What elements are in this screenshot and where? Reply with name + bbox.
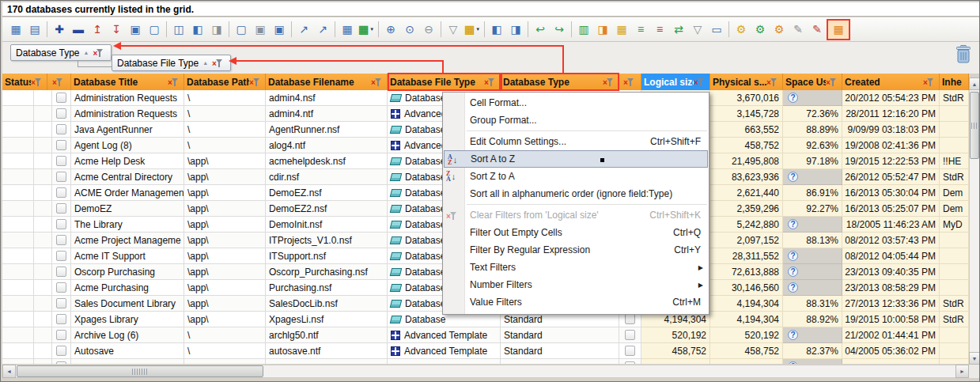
- title-cell[interactable]: Administration Requests: [71, 106, 184, 122]
- physical-size-cell[interactable]: 2,097,152: [710, 233, 783, 248]
- column-filter-icon[interactable]: ×: [826, 77, 839, 87]
- filename-cell[interactable]: SalesDocLib.nsf: [266, 296, 388, 312]
- indent-cell[interactable]: [34, 264, 52, 280]
- expand-panel-icon[interactable]: ◨: [506, 21, 525, 39]
- title-cell[interactable]: Acme IT Support: [71, 248, 184, 264]
- title-cell[interactable]: DemoEZ: [71, 201, 184, 217]
- created-cell[interactable]: 28/2011 12:16:20 PM: [842, 106, 940, 122]
- flag-cell[interactable]: [619, 343, 641, 359]
- status-cell[interactable]: [2, 185, 34, 201]
- row-select-cell[interactable]: [52, 327, 71, 343]
- path-cell[interactable]: \app\: [184, 248, 266, 264]
- status-cell[interactable]: [2, 122, 34, 138]
- column-header-logical-size[interactable]: Logical size×: [641, 74, 710, 90]
- filename-cell[interactable]: admin4.ntf: [266, 106, 388, 122]
- indent-cell[interactable]: [34, 343, 52, 359]
- indent-cell[interactable]: [34, 201, 52, 217]
- row-checkbox[interactable]: [56, 298, 66, 308]
- column-header-checkbox[interactable]: ×: [619, 74, 641, 90]
- title-cell[interactable]: Java AgentRunner: [71, 122, 184, 138]
- created-cell[interactable]: 19/2008 02:41:36 PM: [842, 138, 940, 153]
- scroll-up-button[interactable]: ▲: [969, 78, 980, 90]
- column-header-inherit[interactable]: Inhe: [940, 74, 969, 90]
- zoom-out-icon[interactable]: ⊖: [419, 21, 438, 39]
- status-cell[interactable]: [2, 217, 34, 233]
- filename-cell[interactable]: ITSupport.nsf: [266, 248, 388, 264]
- status-cell[interactable]: [2, 138, 34, 153]
- filename-cell[interactable]: ITProjects_V1.0.nsf: [266, 233, 388, 248]
- insert-column-icon[interactable]: ◨: [593, 21, 612, 39]
- row-checkbox[interactable]: [56, 314, 66, 324]
- process-settings-icon[interactable]: ⚙: [770, 21, 789, 39]
- space-used-cell[interactable]: ?: [783, 359, 842, 364]
- row-select-cell[interactable]: [52, 138, 71, 153]
- menu-item-text-filters[interactable]: Text Filters▶: [443, 259, 709, 276]
- column-header-physical-size[interactable]: Physical s...×: [710, 74, 783, 90]
- table-row[interactable]: Archive Log (6) \ archlg50.ntf Advanced …: [2, 327, 969, 343]
- status-cell[interactable]: [2, 169, 34, 185]
- space-used-cell[interactable]: 82.37%: [783, 343, 842, 359]
- space-used-cell[interactable]: ?: [783, 248, 842, 264]
- column-totals-icon[interactable]: ▥: [574, 21, 593, 39]
- status-cell[interactable]: [2, 296, 34, 312]
- inherit-cell[interactable]: [940, 343, 969, 359]
- row-checkbox[interactable]: [56, 267, 66, 277]
- row-select-cell[interactable]: [52, 248, 71, 264]
- path-cell[interactable]: [184, 359, 266, 364]
- sort-ascending-icon[interactable]: ▲: [84, 50, 89, 55]
- physical-size-cell[interactable]: 458,752: [710, 138, 783, 153]
- grid-manager-icon[interactable]: ▦: [827, 19, 850, 40]
- filename-cell[interactable]: DemoEZ2.nsf: [266, 201, 388, 217]
- grid-rows-icon[interactable]: ▤: [25, 21, 44, 39]
- move-row-down-icon[interactable]: ↧: [107, 21, 126, 39]
- inherit-cell[interactable]: [940, 248, 969, 264]
- row-select-cell[interactable]: [52, 122, 71, 138]
- physical-size-cell[interactable]: 28,311,552: [710, 248, 783, 264]
- import-values-icon[interactable]: ↩: [531, 21, 550, 39]
- row-select-cell[interactable]: [52, 359, 71, 364]
- status-cell[interactable]: [2, 312, 34, 327]
- horizontal-scrollbar[interactable]: ◄ ►: [2, 365, 969, 378]
- menu-item-value-filters[interactable]: Value FiltersCtrl+M: [443, 293, 709, 311]
- title-cell[interactable]: Acme Purchasing: [71, 280, 184, 296]
- row-checkbox[interactable]: [625, 346, 635, 356]
- space-used-cell[interactable]: 88.89%: [783, 122, 842, 138]
- row-checkbox[interactable]: [56, 124, 66, 134]
- title-cell[interactable]: Archive Log (6): [71, 327, 184, 343]
- move-row-up-icon[interactable]: ↥: [88, 21, 107, 39]
- row-checkbox[interactable]: [625, 314, 635, 324]
- space-used-cell[interactable]: ?: [783, 169, 842, 185]
- filename-cell[interactable]: autosave.ntf: [266, 343, 388, 359]
- path-cell[interactable]: \: [184, 343, 266, 359]
- title-cell[interactable]: Xpages Library: [71, 312, 184, 327]
- space-used-cell[interactable]: 92.27%: [783, 201, 842, 217]
- filename-cell[interactable]: admin4.nsf: [266, 90, 388, 106]
- group-pill-database-file-type[interactable]: Database File Type ▲ ×: [112, 55, 231, 71]
- menu-item-sort-alphanumeric[interactable]: Sort all in alphanumeric order (ignore f…: [443, 185, 709, 202]
- row-checkbox[interactable]: [56, 361, 66, 364]
- split-column-left-icon[interactable]: ◧: [188, 21, 207, 39]
- row-select-cell[interactable]: [52, 153, 71, 169]
- horizontal-scroll-thumb[interactable]: [17, 365, 263, 377]
- row-select-cell[interactable]: [52, 90, 71, 106]
- dbtype-cell[interactable]: Standard: [501, 343, 619, 359]
- add-grid-icon[interactable]: ▦▼: [463, 21, 482, 39]
- indent-cell[interactable]: [34, 359, 52, 364]
- row-checkbox[interactable]: [56, 282, 66, 293]
- space-used-cell[interactable]: 88.92%: [783, 312, 842, 327]
- status-cell[interactable]: [2, 359, 34, 364]
- vertical-scrollbar[interactable]: ▲ ▼: [969, 78, 980, 365]
- scroll-right-button[interactable]: ►: [955, 365, 969, 378]
- row-select-cell[interactable]: [52, 343, 71, 359]
- filename-cell[interactable]: archlg50.ntf: [266, 327, 388, 343]
- menu-item-filter-out-empty-cells[interactable]: Filter Out Empty CellsCtrl+Q: [443, 224, 709, 241]
- path-cell[interactable]: \app\: [184, 185, 266, 201]
- path-cell[interactable]: \: [184, 90, 266, 106]
- filetype-cell[interactable]: Advanced Template: [388, 327, 501, 343]
- created-cell[interactable]: 16/2013 05:25:07 PM: [842, 201, 940, 217]
- physical-size-cell[interactable]: 663,552: [710, 122, 783, 138]
- sign-document-icon[interactable]: ✎: [808, 21, 827, 39]
- status-cell[interactable]: [2, 201, 34, 217]
- filter-icon[interactable]: ▽: [444, 21, 463, 39]
- created-cell[interactable]: 16/2013 05:30:04 PM: [842, 185, 940, 201]
